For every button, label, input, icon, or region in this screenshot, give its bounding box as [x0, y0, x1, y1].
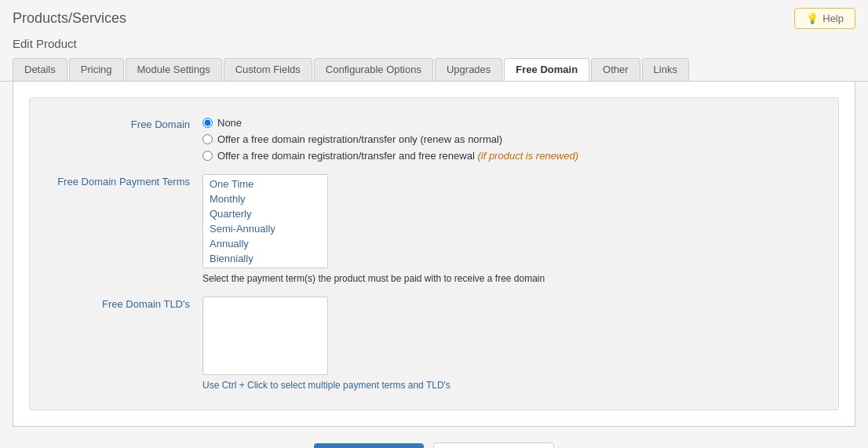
payment-terms-listbox[interactable]: One TimeMonthlyQuarterlySemi-AnnuallyAnn…	[202, 174, 328, 268]
breadcrumb: Products/Services	[13, 10, 126, 27]
save-button[interactable]: Save Changes	[314, 443, 424, 448]
action-bar: Save Changes Cancel Changes	[0, 427, 868, 448]
tab-custom-fields[interactable]: Custom Fields	[224, 58, 312, 81]
tld-label: Free Domain TLD's	[46, 297, 202, 310]
tab-module-settings[interactable]: Module Settings	[126, 58, 222, 81]
tab-free-domain[interactable]: Free Domain	[504, 58, 589, 81]
payment-terms-label: Free Domain Payment Terms	[46, 174, 202, 188]
tld-field: Use Ctrl + Click to select multiple paym…	[202, 297, 822, 391]
free-domain-option-none[interactable]: None	[202, 117, 822, 129]
main-content: Free Domain None Offer a free domain reg…	[13, 82, 855, 427]
free-domain-field: None Offer a free domain registration/tr…	[202, 117, 822, 162]
payment-terms-hint: Select the payment term(s) the product m…	[202, 273, 822, 284]
tld-listbox[interactable]	[202, 297, 328, 375]
help-button[interactable]: 💡 Help	[794, 8, 855, 29]
cancel-button[interactable]: Cancel Changes	[433, 443, 554, 448]
free-domain-option-renewal[interactable]: Offer a free domain registration/transfe…	[202, 150, 822, 162]
free-domain-radio-group: None Offer a free domain registration/tr…	[202, 117, 822, 162]
payment-terms-row: Free Domain Payment Terms One TimeMonthl…	[30, 168, 838, 290]
tld-hint: Use Ctrl + Click to select multiple paym…	[202, 380, 822, 391]
tabs-bar: DetailsPricingModule SettingsCustom Fiel…	[0, 58, 868, 82]
tab-configurable-options[interactable]: Configurable Options	[314, 58, 433, 81]
tld-row: Free Domain TLD's Use Ctrl + Click to se…	[30, 290, 838, 397]
tab-upgrades[interactable]: Upgrades	[435, 58, 502, 81]
free-domain-row: Free Domain None Offer a free domain reg…	[30, 111, 838, 168]
tab-other[interactable]: Other	[591, 58, 640, 81]
free-domain-label: Free Domain	[46, 117, 202, 130]
help-label: Help	[822, 13, 844, 24]
free-domain-option-transfer[interactable]: Offer a free domain registration/transfe…	[202, 133, 822, 145]
payment-terms-field: One TimeMonthlyQuarterlySemi-AnnuallyAnn…	[202, 174, 822, 284]
tab-details[interactable]: Details	[13, 58, 67, 81]
help-icon: 💡	[806, 13, 819, 24]
tab-links[interactable]: Links	[642, 58, 689, 81]
page-title: Edit Product	[13, 37, 77, 50]
tab-pricing[interactable]: Pricing	[69, 58, 124, 81]
form-section: Free Domain None Offer a free domain reg…	[29, 97, 839, 410]
